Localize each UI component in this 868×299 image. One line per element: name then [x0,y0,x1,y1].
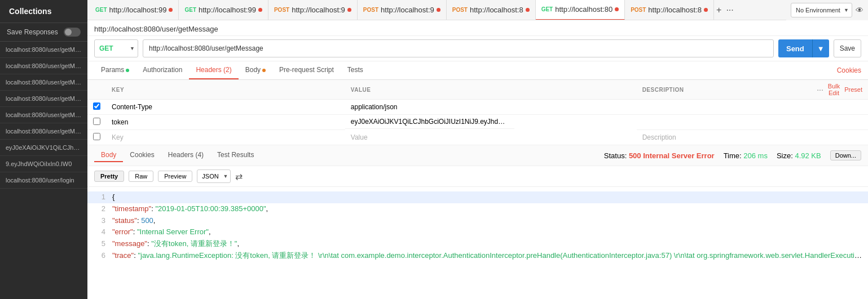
list-item[interactable]: localhost:8080/user/getMess [0,107,87,123]
row-checkbox-1[interactable] [87,115,106,130]
tab-url-3: http://localhost:9 [381,6,434,14]
list-item[interactable]: 9.eyJhdWQiOiIxIn0.IW0 [0,156,87,172]
tab-6[interactable]: POST http://localhost:8 [625,0,714,20]
preset-button[interactable]: Preset [844,86,862,93]
body-dot [262,69,266,72]
row-value-1[interactable]: eyJ0eXAiOiJKV1QiLCJhbGciOiJIUzI1NiJ9.eyJ… [345,115,514,129]
tab-method-4: POST [452,7,468,13]
save-responses-toggle[interactable] [64,28,81,37]
row-key-1[interactable]: token [106,115,345,130]
tab-1[interactable]: GET http://localhost:99 [179,0,268,20]
response-tab-test-results[interactable]: Test Results [210,149,261,162]
tab-method-6: POST [631,7,646,13]
row-desc-1[interactable] [637,115,811,130]
tab-url-6: http://localhost:8 [648,6,702,14]
response-tab-body[interactable]: Body [94,149,123,162]
send-group: Send ▼ [778,39,829,57]
env-eye-button[interactable]: 👁 [856,6,863,15]
line-num-4: 4 [90,226,105,238]
checkbox-2[interactable] [93,133,100,140]
sidebar-items-list: localhost:8080/user/getMess localhost:80… [0,42,87,299]
row-checkbox-2[interactable] [87,130,106,145]
env-select[interactable]: No Environment [791,3,852,17]
row-action-2 [811,130,868,145]
line-content-3: "status": 500, [112,215,866,227]
checkbox-0[interactable] [93,102,100,110]
response-tab-cookies[interactable]: Cookies [123,149,161,162]
tab-dot-1 [258,8,262,12]
list-item[interactable]: localhost:8080/user/getMess [0,91,87,107]
sidebar-title: Collections [0,0,87,23]
tab-params[interactable]: Params [94,61,136,79]
send-button[interactable]: Send [778,39,812,57]
tab-url-5: http://localhost:80 [555,5,613,14]
preview-button[interactable]: Preview [158,171,192,182]
cookies-link[interactable]: Cookies [837,66,861,74]
more-tabs-button[interactable]: ··· [724,4,735,16]
tab-method-5: GET [541,6,553,12]
json-select-wrapper: JSON XML HTML Text ▼ [197,169,231,183]
list-item[interactable]: localhost:8080/user/login [0,172,87,189]
row-value-2[interactable]: Value [345,130,637,145]
list-item[interactable]: eyJ0eXAiOiJKV1QiLCJhbG... [0,140,87,156]
row-key-2[interactable]: Key [106,130,345,145]
bulk-edit-button[interactable]: Bulk Edit [828,83,840,96]
checkbox-1[interactable] [93,118,100,125]
code-area[interactable]: 1 { 2 "timestamp": "2019-01-05T10:00:39.… [87,187,868,299]
col-checkbox [87,80,106,100]
tab-4[interactable]: POST http://localhost:8 [447,0,536,20]
row-checkbox-0[interactable] [87,100,106,115]
list-item[interactable]: localhost:8080/user/getMess [0,58,87,74]
url-display: http://localhost:8080/user/getMessage [94,25,218,33]
json-format-select[interactable]: JSON XML HTML Text [197,169,231,183]
code-toolbar: Pretty Raw Preview JSON XML HTML Text ▼ … [87,166,868,187]
env-bar: No Environment ▼ 👁 [786,0,868,20]
pretty-button[interactable]: Pretty [94,171,124,182]
tab-0[interactable]: GET http://localhost:99 [90,0,179,20]
row-desc-0[interactable] [637,100,811,115]
size-value: 4.92 KB [795,151,821,160]
raw-button[interactable]: Raw [129,171,153,182]
env-select-wrapper: No Environment ▼ [791,3,852,17]
row-value-0[interactable]: application/json [345,100,637,115]
tab-url-1: http://localhost:99 [199,6,256,14]
line-num-3: 3 [90,215,105,227]
table-row: Key Value Description [87,130,868,145]
tab-authorization[interactable]: Authorization [136,61,189,79]
row-desc-2[interactable]: Description [637,130,811,145]
tab-headers[interactable]: Headers (2) [189,61,238,79]
response-bar: Body Cookies Headers (4) Test Results St… [87,145,868,166]
list-item[interactable]: localhost:8080/user/getMess [0,123,87,140]
tab-2[interactable]: POST http://localhost:9 [268,0,358,20]
tabs-bar: GET http://localhost:99 GET http://local… [87,0,786,20]
download-button[interactable]: Down... [830,150,861,160]
tab-method-2: POST [274,7,289,13]
table-action-buttons: ··· Bulk Edit Preset [817,83,862,96]
response-tab-headers[interactable]: Headers (4) [161,149,210,162]
add-tab-button[interactable]: + [714,4,724,16]
list-item[interactable]: localhost:8080/user/getMess [0,42,87,58]
row-action-0 [811,100,868,115]
more-actions-button[interactable]: ··· [817,85,823,94]
tab-3[interactable]: POST http://localhost:9 [358,0,447,20]
row-key-0[interactable]: Content-Type [106,100,345,115]
url-display-row: http://localhost:8080/user/getMessage [87,20,868,36]
method-select[interactable]: GET POST PUT DELETE [94,39,138,57]
tab-pre-request[interactable]: Pre-request Script [272,61,341,79]
url-input[interactable] [143,39,774,57]
response-status-area: Status: 500 Internal Server Error Time: … [604,150,861,160]
sidebar: Collections Save Responses localhost:808… [0,0,87,299]
line-num-5: 5 [90,238,105,250]
send-dropdown-button[interactable]: ▼ [812,39,829,57]
save-button[interactable]: Save [834,39,861,57]
tab-5[interactable]: GET http://localhost:80 [536,0,625,20]
tab-tests[interactable]: Tests [341,61,370,79]
line-content-4: "error": "Internal Server Error", [112,226,866,238]
list-item[interactable]: localhost:8080/user/getMess [0,74,87,91]
tab-body[interactable]: Body [239,61,272,79]
wrap-icon[interactable]: ⇄ [235,171,243,182]
tab-dot-4 [526,8,530,12]
status-label: Status: 500 Internal Server Error [604,151,715,160]
line-num-1: 1 [90,191,105,203]
tab-dot-6 [704,8,708,12]
